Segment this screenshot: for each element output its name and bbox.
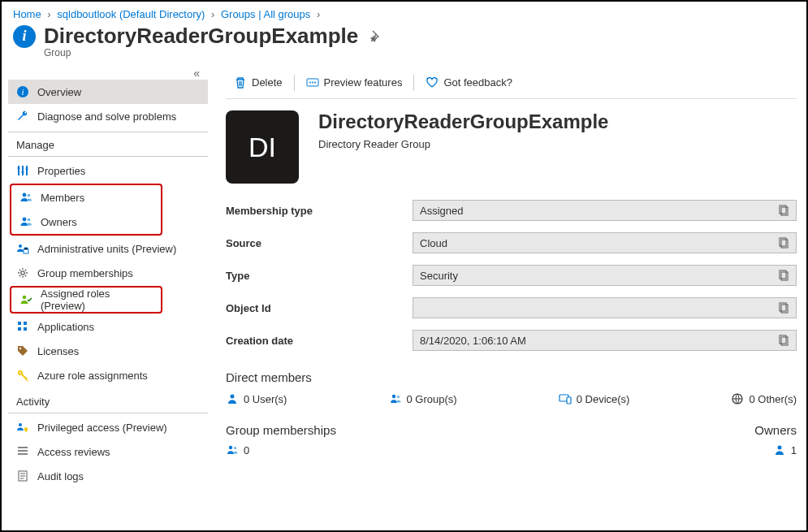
person-check-icon	[19, 293, 32, 306]
admin-unit-icon	[16, 242, 29, 255]
svg-point-9	[19, 244, 22, 248]
svg-point-44	[777, 446, 781, 450]
person-icon	[773, 443, 786, 456]
svg-point-20	[19, 423, 22, 426]
stat-devices[interactable]: 0 Device(s)	[559, 392, 630, 405]
copy-icon[interactable]	[778, 334, 791, 348]
wrench-icon	[16, 110, 29, 123]
sidebar-item-properties[interactable]: Properties	[8, 158, 208, 183]
stat-others[interactable]: 0 Other(s)	[731, 392, 797, 405]
toolbar-separator	[294, 75, 295, 91]
breadcrumb: Home › sqldboutlook (Default Directory) …	[2, 2, 806, 24]
device-icon	[559, 392, 572, 405]
svg-point-25	[314, 81, 316, 83]
group-description: Directory Reader Group	[318, 138, 608, 150]
sidebar-item-assigned-roles[interactable]: Assigned roles (Preview)	[11, 288, 161, 312]
sidebar-item-label: Group memberships	[37, 267, 133, 279]
sidebar-item-admin-units[interactable]: Administrative units (Preview)	[8, 236, 208, 261]
svg-point-38	[396, 396, 399, 398]
sidebar-item-members[interactable]: Members	[11, 185, 161, 210]
page-title: DirectoryReaderGroupExample	[44, 24, 358, 49]
copy-icon[interactable]	[778, 301, 791, 315]
svg-point-3	[22, 171, 24, 174]
pin-icon[interactable]	[369, 29, 382, 43]
breadcrumb-home[interactable]: Home	[13, 8, 41, 20]
sidebar-item-owners[interactable]: Owners	[11, 210, 161, 234]
sidebar-item-privileged-access[interactable]: Privileged access (Preview)	[8, 415, 208, 439]
prop-value-object-id[interactable]	[413, 297, 797, 318]
copy-icon[interactable]	[778, 204, 791, 218]
prop-value-source[interactable]: Cloud	[413, 232, 797, 253]
prop-value-text: Cloud	[420, 237, 447, 249]
prop-label: Source	[226, 237, 413, 249]
stat-users[interactable]: 0 User(s)	[226, 392, 287, 405]
prop-label: Object Id	[226, 302, 413, 314]
feedback-button[interactable]: Got feedback?	[417, 71, 521, 94]
svg-text:i: i	[21, 87, 24, 97]
sidebar: « i Overview Diagnose and solve problems…	[2, 67, 211, 488]
prop-value-creation-date[interactable]: 8/14/2020, 1:06:10 AM	[413, 330, 797, 351]
privileged-icon	[16, 421, 29, 434]
stat-text: 0 Device(s)	[577, 393, 630, 405]
people-icon	[19, 191, 32, 204]
sidebar-item-label: Applications	[37, 321, 94, 333]
sidebar-item-licenses[interactable]: Licenses	[8, 339, 208, 363]
sidebar-item-label: Diagnose and solve problems	[37, 110, 176, 123]
sidebar-item-applications[interactable]: Applications	[8, 314, 208, 339]
sidebar-item-access-reviews[interactable]: Access reviews	[8, 439, 208, 464]
highlight-members-owners: Members Owners	[10, 184, 162, 236]
prop-row-source: Source Cloud	[226, 232, 797, 253]
svg-point-36	[231, 395, 235, 399]
sidebar-section-activity: Activity	[8, 387, 208, 413]
command-bar: Delete Preview features Got feedback?	[226, 67, 797, 99]
svg-rect-13	[18, 322, 21, 325]
people-icon	[226, 443, 239, 456]
sidebar-item-azure-role[interactable]: Azure role assignments	[8, 363, 208, 387]
prop-row-membership-type: Membership type Assigned	[226, 200, 797, 221]
prop-row-type: Type Security	[226, 265, 797, 286]
copy-icon[interactable]	[778, 269, 791, 283]
toolbar-separator	[413, 75, 414, 91]
svg-point-4	[26, 168, 28, 171]
prop-label: Membership type	[226, 205, 413, 217]
sidebar-item-label: Access reviews	[37, 446, 110, 458]
breadcrumb-groups[interactable]: Groups | All groups	[221, 8, 310, 20]
group-summary: DI DirectoryReaderGroupExample Directory…	[226, 110, 797, 184]
bottom-stats: Group memberships 0 Owners 1	[226, 423, 797, 456]
stat-text: 0 Other(s)	[749, 393, 797, 405]
copy-icon[interactable]	[778, 236, 791, 250]
stat-owners[interactable]: 1	[683, 443, 797, 456]
toolbar-label: Got feedback?	[443, 76, 512, 89]
breadcrumb-tenant[interactable]: sqldboutlook (Default Directory)	[57, 8, 205, 20]
svg-rect-14	[24, 322, 27, 325]
prop-value-text: Assigned	[420, 205, 463, 217]
svg-point-6	[28, 194, 31, 197]
globe-icon	[731, 392, 744, 405]
sidebar-item-audit-logs[interactable]: Audit logs	[8, 464, 208, 488]
sidebar-item-overview[interactable]: i Overview	[8, 80, 208, 104]
sliders-icon	[16, 164, 29, 177]
sidebar-section-manage: Manage	[8, 132, 208, 157]
group-avatar: DI	[226, 110, 299, 184]
sidebar-item-label: Administrative units (Preview)	[37, 243, 176, 255]
tag-icon	[16, 344, 29, 357]
svg-point-5	[23, 193, 27, 197]
breadcrumb-sep: ›	[47, 8, 50, 20]
sidebar-item-label: Owners	[41, 216, 77, 228]
sidebar-item-group-memberships[interactable]: Group memberships	[8, 261, 208, 285]
prop-value-type[interactable]: Security	[413, 265, 797, 286]
preview-features-button[interactable]: Preview features	[298, 71, 411, 94]
sidebar-collapse-icon[interactable]: «	[8, 67, 208, 80]
prop-value-membership-type[interactable]: Assigned	[413, 200, 797, 221]
prop-value-text: Security	[420, 270, 458, 282]
stat-group-memberships[interactable]: 0	[226, 443, 683, 456]
stat-groups[interactable]: 0 Group(s)	[389, 392, 457, 405]
svg-point-42	[229, 446, 232, 449]
sidebar-item-label: Assigned roles (Preview)	[41, 288, 153, 312]
sidebar-item-label: Members	[41, 192, 84, 204]
stat-text: 0	[244, 444, 249, 456]
sidebar-item-diagnose[interactable]: Diagnose and solve problems	[8, 104, 208, 128]
resource-type-label: Group	[2, 47, 806, 58]
delete-button[interactable]: Delete	[226, 71, 291, 94]
svg-point-23	[309, 81, 311, 83]
